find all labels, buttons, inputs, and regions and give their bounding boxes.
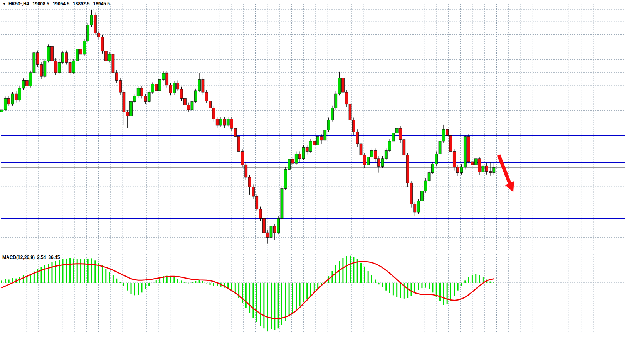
symbol-ohlc-header: ▼ HK50-,H4 19008.5 19054.5 18892.5 18945…: [3, 1, 110, 7]
macd-indicator-label: MACD(12,26,9): [2, 255, 35, 260]
ohlc-open-value: 19008.5: [32, 1, 49, 7]
chart-canvas[interactable]: [0, 0, 644, 343]
macd-main-value: 2.54: [37, 255, 46, 260]
ohlc-low-value: 18892.5: [73, 1, 89, 7]
chart-menu-arrow-icon[interactable]: ▼: [3, 2, 6, 6]
macd-signal-value: 36.45: [48, 255, 60, 260]
ohlc-close-value: 18945.5: [93, 1, 109, 7]
chart-window: ▼ HK50-,H4 19008.5 19054.5 18892.5 18945…: [0, 0, 644, 343]
symbol-timeframe-label: HK50-,H4: [8, 1, 29, 7]
ohlc-high-value: 19054.5: [53, 1, 69, 7]
macd-indicator-header: MACD(12,26,9) 2.54 36.45: [2, 255, 60, 260]
